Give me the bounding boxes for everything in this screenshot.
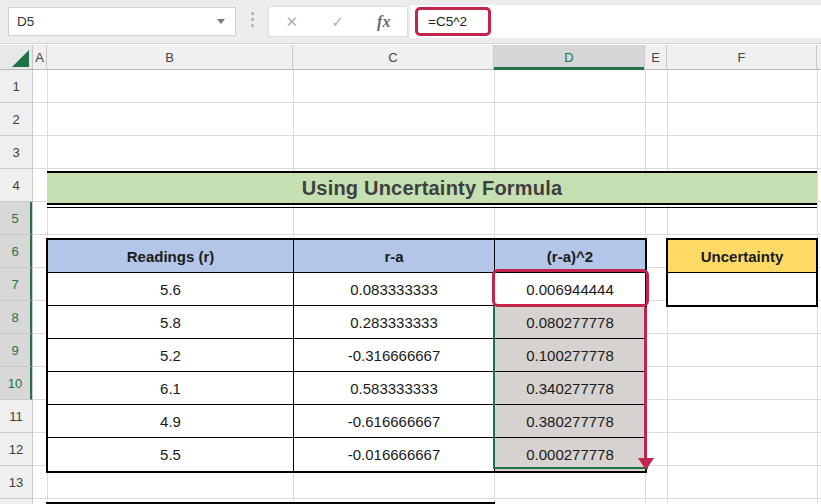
cell-d8-selected[interactable]: 0.340277778 xyxy=(495,372,645,405)
cell-c9[interactable]: -0.616666667 xyxy=(294,405,495,438)
title-banner: Using Uncertainty Formula xyxy=(47,171,817,205)
column-headers: A B C D E F xyxy=(0,45,821,70)
fill-down-arrow-head-icon xyxy=(638,458,654,470)
column-header-c[interactable]: C xyxy=(293,45,494,69)
cell-b10[interactable]: 5.5 xyxy=(48,438,294,471)
row-header-8-selected[interactable]: 8 xyxy=(0,301,32,334)
cell-b8[interactable]: 6.1 xyxy=(48,372,294,405)
row-header-10-selected[interactable]: 10 xyxy=(0,367,32,400)
fill-down-arrow-line xyxy=(644,307,647,458)
uncertainty-header[interactable]: Uncertainty xyxy=(668,240,816,273)
row-header-5-selected[interactable]: 5 xyxy=(0,202,32,235)
column-header-e[interactable]: E xyxy=(645,45,667,69)
row-header-7-selected[interactable]: 7 xyxy=(0,268,32,301)
formula-buttons: ✕ ✓ fx xyxy=(268,6,408,37)
title-banner-underline xyxy=(47,207,817,208)
uncertainty-value-cell[interactable] xyxy=(668,273,816,305)
cell-c5[interactable]: 0.083333333 xyxy=(294,273,495,306)
formula-toolbar: D5 ✕ ✓ fx =C5^2 xyxy=(0,0,821,44)
cell-c8[interactable]: 0.583333333 xyxy=(294,372,495,405)
column-header-b[interactable]: B xyxy=(47,45,293,69)
row-header-12[interactable]: 12 xyxy=(0,433,32,466)
cell-d9-selected[interactable]: 0.380277778 xyxy=(495,405,645,438)
row-header-2[interactable]: 2 xyxy=(0,103,32,136)
column-header-f[interactable]: F xyxy=(667,45,817,69)
worksheet-grid: 1 2 3 4 5 6 7 8 9 10 11 12 13 Using Unce… xyxy=(0,70,821,504)
row-header-11[interactable]: 11 xyxy=(0,400,32,433)
formula-bar-input[interactable]: =C5^2 xyxy=(410,5,821,38)
selection-border-bottom xyxy=(493,467,648,469)
cell-c7[interactable]: -0.316666667 xyxy=(294,339,495,372)
name-box[interactable]: D5 xyxy=(8,7,236,36)
uncertainty-table: Uncertainty xyxy=(666,238,818,307)
cell-c6[interactable]: 0.283333333 xyxy=(294,306,495,339)
row-header-6-selected[interactable]: 6 xyxy=(0,235,32,268)
formula-annotation-box: =C5^2 xyxy=(415,7,491,36)
cell-b9[interactable]: 4.9 xyxy=(48,405,294,438)
formula-bar-drag-handle-icon[interactable] xyxy=(251,12,254,27)
name-box-value: D5 xyxy=(17,14,217,29)
cell-b6[interactable]: 5.8 xyxy=(48,306,294,339)
cell-d6-selected[interactable]: 0.080277778 xyxy=(495,306,645,339)
row-header-13[interactable]: 13 xyxy=(0,466,32,499)
cell-b7[interactable]: 5.2 xyxy=(48,339,294,372)
confirm-icon[interactable]: ✓ xyxy=(331,13,344,31)
name-box-dropdown-icon[interactable] xyxy=(217,19,225,24)
row-header-9-selected[interactable]: 9 xyxy=(0,334,32,367)
column-header-a[interactable]: A xyxy=(33,45,47,69)
active-cell-annotation-box xyxy=(492,269,649,307)
row-header-3[interactable]: 3 xyxy=(0,136,32,169)
cell-c10[interactable]: -0.016666667 xyxy=(294,438,495,471)
row-header-1[interactable]: 1 xyxy=(0,70,32,103)
insert-function-icon[interactable]: fx xyxy=(377,13,390,31)
select-all-triangle-icon xyxy=(12,50,29,67)
column-header-g-partial[interactable] xyxy=(817,45,821,69)
cell-d7-selected[interactable]: 0.100277778 xyxy=(495,339,645,372)
cancel-icon[interactable]: ✕ xyxy=(286,13,299,31)
cell-b5[interactable]: 5.6 xyxy=(48,273,294,306)
readings-header[interactable]: Readings (r) xyxy=(48,240,294,273)
select-all-corner[interactable] xyxy=(0,45,33,69)
row-headers: 1 2 3 4 5 6 7 8 9 10 11 12 13 xyxy=(0,70,33,504)
row-header-4[interactable]: 4 xyxy=(0,169,32,202)
r-minus-a-header[interactable]: r-a xyxy=(294,240,495,273)
column-header-d-selected[interactable]: D xyxy=(494,45,645,69)
